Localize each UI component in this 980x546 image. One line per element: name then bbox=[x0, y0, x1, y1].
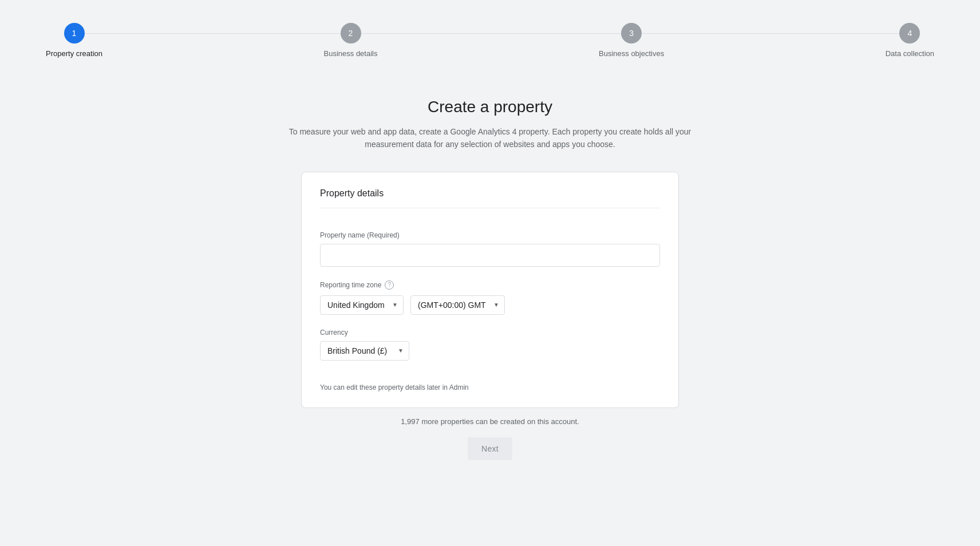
timezone-select-row: United Kingdom United States Germany Fra… bbox=[320, 295, 660, 315]
properties-count: 1,997 more properties can be created on … bbox=[401, 417, 579, 426]
currency-row: Currency British Pound (£) US Dollar ($)… bbox=[320, 329, 660, 361]
page-title: Create a property bbox=[428, 98, 552, 116]
timezone-gmt-wrapper: (GMT+00:00) GMT (GMT+01:00) BST (GMT-05:… bbox=[410, 295, 505, 315]
step-1-label: Property creation bbox=[46, 49, 102, 58]
currency-select[interactable]: British Pound (£) US Dollar ($) Euro (€)… bbox=[320, 341, 409, 361]
property-card: Property details Property name (Required… bbox=[301, 172, 679, 408]
edit-note: You can edit these property details late… bbox=[320, 374, 660, 391]
main-content: Create a property To measure your web an… bbox=[34, 92, 946, 460]
step-3-circle: 3 bbox=[621, 23, 642, 43]
step-2-circle: 2 bbox=[341, 23, 361, 43]
step-2: 2 Business details bbox=[324, 23, 378, 58]
page-description: To measure your web and app data, create… bbox=[272, 125, 708, 151]
step-2-label: Business details bbox=[324, 49, 378, 58]
timezone-label: Reporting time zone bbox=[320, 281, 381, 289]
currency-wrapper: British Pound (£) US Dollar ($) Euro (€)… bbox=[320, 341, 409, 361]
timezone-label-row: Reporting time zone ? bbox=[320, 280, 660, 290]
step-4-label: Data collection bbox=[886, 49, 934, 58]
property-name-field: Property name (Required) bbox=[320, 231, 660, 267]
step-4-circle: 4 bbox=[899, 23, 920, 43]
help-icon[interactable]: ? bbox=[385, 280, 394, 290]
card-title: Property details bbox=[320, 188, 660, 208]
step-1-circle: 1 bbox=[64, 23, 85, 43]
stepper: 1 Property creation 2 Business details 3… bbox=[34, 23, 946, 58]
property-name-input[interactable] bbox=[320, 244, 660, 267]
property-name-label: Property name (Required) bbox=[320, 231, 660, 239]
timezone-country-wrapper: United Kingdom United States Germany Fra… bbox=[320, 295, 404, 315]
step-1: 1 Property creation bbox=[46, 23, 102, 58]
step-3: 3 Business objectives bbox=[599, 23, 664, 58]
timezone-row: Reporting time zone ? United Kingdom Uni… bbox=[320, 280, 660, 315]
next-button[interactable]: Next bbox=[468, 437, 512, 460]
currency-label: Currency bbox=[320, 329, 660, 337]
step-3-label: Business objectives bbox=[599, 49, 664, 58]
form-section: Property name (Required) Reporting time … bbox=[320, 220, 660, 391]
step-4: 4 Data collection bbox=[886, 23, 934, 58]
timezone-country-select[interactable]: United Kingdom United States Germany Fra… bbox=[320, 295, 404, 315]
timezone-gmt-select[interactable]: (GMT+00:00) GMT (GMT+01:00) BST (GMT-05:… bbox=[410, 295, 505, 315]
